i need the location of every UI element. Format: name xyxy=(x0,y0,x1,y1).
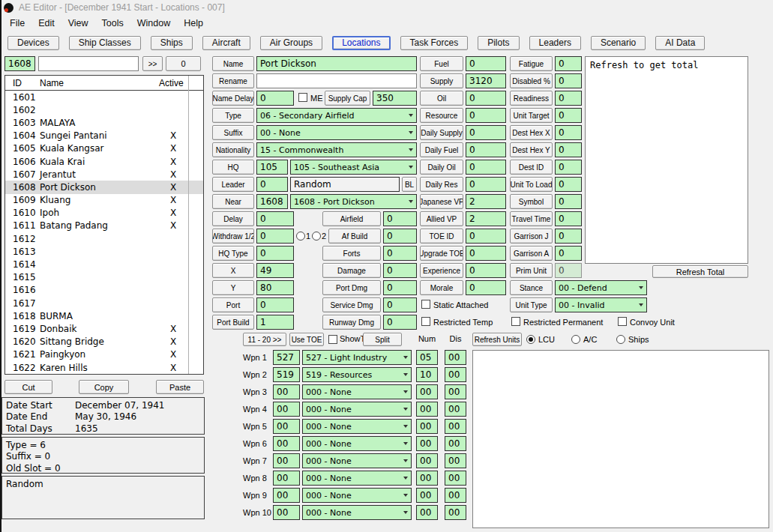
cut-button[interactable]: Cut xyxy=(4,380,52,394)
field-value[interactable]: 0 xyxy=(555,246,582,261)
type-select[interactable]: 06 - Secondary Airfield xyxy=(256,108,417,123)
refresh-total-button[interactable]: Refresh Total xyxy=(652,265,748,278)
table-row[interactable]: 1618 BURMA xyxy=(5,309,203,322)
service-dmg-field[interactable]: 0 xyxy=(383,297,417,312)
weapon-num-field[interactable]: 00 xyxy=(416,453,438,468)
table-row[interactable]: 1612 xyxy=(5,232,203,245)
table-row[interactable]: 1607 Jerantut X xyxy=(5,168,203,181)
table-row[interactable]: 1602 xyxy=(5,103,203,116)
table-row[interactable]: 1619 Donbaik X xyxy=(5,322,203,335)
withdraw-button[interactable]: Withdraw 1/2 xyxy=(212,229,254,244)
search-input[interactable] xyxy=(38,56,139,71)
weapon-num-field[interactable]: 00 xyxy=(416,402,438,417)
weapon-select[interactable]: 000 - None xyxy=(302,402,412,417)
table-row[interactable]: 1608 Port Dickson X xyxy=(5,181,203,193)
weapon-dis-field[interactable]: 00 xyxy=(445,488,466,503)
field-value[interactable]: 3120 xyxy=(466,73,506,88)
unit-filter-radio[interactable]: LCU xyxy=(526,333,568,346)
weapon-dis-field[interactable]: 00 xyxy=(445,419,466,434)
show-toe-checkbox[interactable] xyxy=(328,335,337,344)
table-row[interactable]: 1609 Kluang X xyxy=(5,194,203,207)
table-row[interactable]: 1620 Sittang Bridge X xyxy=(5,336,203,348)
tab[interactable]: Pilots xyxy=(478,36,519,50)
unit-type-select[interactable]: 00 - Invalid xyxy=(555,297,647,312)
unit-filter-radio[interactable]: Ships xyxy=(616,333,658,346)
name-delay-button[interactable]: Name Delay xyxy=(212,91,254,106)
field-value[interactable]: 0 xyxy=(466,108,506,123)
field-value[interactable]: 0 xyxy=(555,194,582,209)
af-build-field[interactable]: 0 xyxy=(383,229,417,244)
field-value[interactable]: 0 xyxy=(466,160,506,175)
runway-dmg-field[interactable]: 0 xyxy=(383,315,417,330)
table-row[interactable]: 1617 xyxy=(5,297,203,309)
table-row[interactable]: 1622 Karen Hills X xyxy=(5,361,203,374)
weapon-range-button[interactable]: 11 - 20 >> xyxy=(243,333,286,346)
delay-field[interactable]: 0 xyxy=(256,211,294,226)
field-value[interactable]: 0 xyxy=(466,56,506,71)
field-value[interactable]: 0 xyxy=(555,160,582,175)
weapon-id-field[interactable]: 00 xyxy=(273,505,300,520)
field-value[interactable]: 0 xyxy=(555,142,582,157)
weapon-num-field[interactable]: 10 xyxy=(416,367,438,382)
weapon-select[interactable]: 000 - None xyxy=(302,505,412,520)
name-delay-field[interactable]: 0 xyxy=(256,91,294,106)
field-value[interactable]: 0 xyxy=(555,91,582,106)
nationality-select[interactable]: 15 - Commonwealth xyxy=(256,142,417,157)
bl-button[interactable]: BL xyxy=(402,177,417,192)
near-id-field[interactable]: 1608 xyxy=(256,194,288,209)
weapon-num-field[interactable]: 00 xyxy=(416,419,438,434)
leader-button[interactable]: Leader xyxy=(212,177,254,192)
table-row[interactable]: 1615 xyxy=(5,271,203,284)
field-value[interactable]: 2 xyxy=(466,194,506,209)
table-row[interactable]: 1610 Ipoh X xyxy=(5,207,203,220)
field-value[interactable]: 2 xyxy=(466,211,506,226)
weapon-dis-field[interactable]: 00 xyxy=(445,471,466,486)
field-value[interactable]: 0 xyxy=(466,246,506,261)
tab[interactable]: AI Data xyxy=(655,36,705,50)
weapon-id-field[interactable]: 527 xyxy=(273,350,300,365)
table-row[interactable]: 1616 xyxy=(5,284,203,297)
supply-cap-field[interactable]: 350 xyxy=(373,91,417,106)
x-field[interactable]: 49 xyxy=(256,263,294,278)
airfield-field[interactable]: 0 xyxy=(383,211,417,226)
table-row[interactable]: 1614 xyxy=(5,258,203,270)
tab[interactable]: Ships xyxy=(151,36,193,50)
weapon-select[interactable]: 000 - None xyxy=(302,419,412,434)
hq-id-field[interactable]: 105 xyxy=(256,160,288,175)
weapon-num-field[interactable]: 00 xyxy=(416,488,438,503)
y-field[interactable]: 80 xyxy=(256,280,294,295)
field-value[interactable]: 0 xyxy=(555,263,582,278)
field-value[interactable]: 0 xyxy=(555,56,582,71)
port-field[interactable]: 0 xyxy=(256,297,294,312)
weapon-num-field[interactable]: 00 xyxy=(416,505,438,520)
weapon-select[interactable]: 000 - None xyxy=(302,384,412,399)
count-button[interactable]: 0 xyxy=(166,56,201,71)
weapon-num-field[interactable]: 00 xyxy=(416,384,438,399)
damage-field[interactable]: 0 xyxy=(383,263,417,278)
weapon-dis-field[interactable]: 00 xyxy=(445,367,466,382)
table-row[interactable]: 1604 Sungei Pantani X xyxy=(5,130,203,142)
rename-input[interactable] xyxy=(256,73,417,88)
weapon-id-field[interactable]: 00 xyxy=(273,419,300,434)
weapon-id-field[interactable]: 00 xyxy=(273,436,300,451)
hq-select[interactable]: 105 - Southeast Asia xyxy=(290,160,417,175)
weapon-dis-field[interactable]: 00 xyxy=(445,402,466,417)
suffix-select[interactable]: 00 - None xyxy=(256,125,417,140)
withdraw-field[interactable]: 0 xyxy=(256,229,294,244)
leader-name-field[interactable]: Random xyxy=(290,177,400,192)
menu-item[interactable]: Help xyxy=(177,18,210,28)
field-value[interactable]: 0 xyxy=(466,229,506,244)
weapon-select[interactable]: 000 - None xyxy=(302,488,412,503)
weapon-id-field[interactable]: 00 xyxy=(273,402,300,417)
field-value[interactable]: 0 xyxy=(555,73,582,88)
table-row[interactable]: 1613 xyxy=(5,245,203,258)
weapon-id-field[interactable]: 00 xyxy=(273,488,300,503)
field-value[interactable]: 0 xyxy=(555,229,582,244)
forts-field[interactable]: 0 xyxy=(383,246,417,261)
withdraw-radio-2[interactable] xyxy=(312,232,321,241)
location-id-field[interactable]: 1608 xyxy=(4,56,35,71)
weapon-id-field[interactable]: 00 xyxy=(273,384,300,399)
weapon-select[interactable]: 519 - Resources xyxy=(302,367,412,382)
weapon-select[interactable]: 000 - None xyxy=(302,436,412,451)
near-select[interactable]: 1608 - Port Dickson xyxy=(290,194,417,209)
